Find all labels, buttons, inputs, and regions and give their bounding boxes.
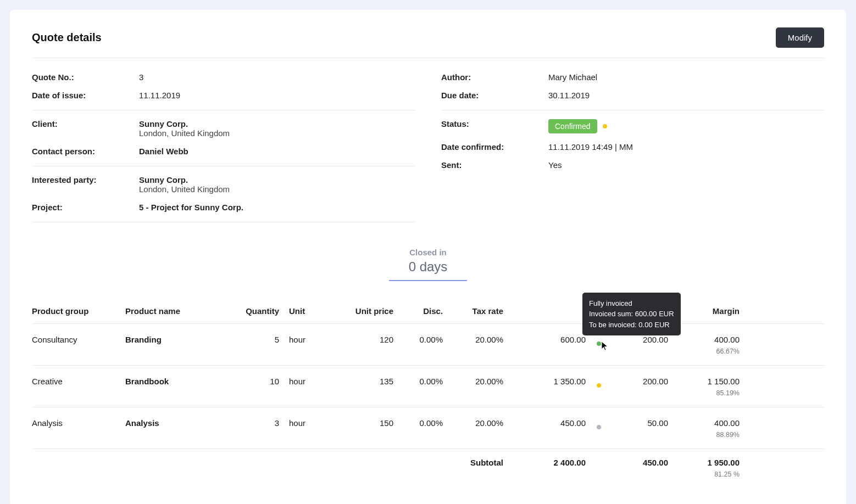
cell-quantity: 10	[270, 377, 279, 386]
cell-tax-rate: 20.00%	[475, 335, 503, 344]
cell-cost: 200.00	[643, 335, 668, 344]
invoice-status-dot-icon	[597, 383, 601, 388]
tooltip-line2: Invoiced sum: 600.00 EUR	[589, 309, 674, 320]
date-issue-label: Date of issue:	[32, 91, 139, 100]
client-label: Client:	[32, 119, 139, 128]
subtotal-margin: 1 950.00	[708, 458, 740, 467]
cell-product-group: Creative	[32, 377, 125, 386]
author-label: Author:	[441, 72, 548, 82]
header-row: Quote details Modify	[32, 27, 824, 58]
cell-quantity: 5	[275, 335, 279, 344]
th-product-name: Product name	[125, 306, 241, 316]
cell-invoice-dot[interactable]: Fully invoicedInvoiced sum: 600.00 EURTo…	[586, 335, 601, 348]
cell-cost: 50.00	[647, 418, 668, 428]
left-block-1: Quote No.: 3 Date of issue: 11.11.2019	[32, 68, 415, 110]
cell-unit-price: 150	[380, 418, 393, 428]
page-title: Quote details	[32, 31, 102, 44]
closed-in-wrap: Closed in 0 days	[32, 248, 824, 281]
cell-product-name: Branding	[125, 335, 241, 344]
table-header-row: Product group Product name Quantity Unit…	[32, 299, 824, 324]
cell-product-name: Analysis	[125, 418, 241, 428]
th-quantity: Quantity	[246, 306, 279, 316]
left-block-3: Interested party: Sunny Corp. London, Un…	[32, 171, 415, 222]
client-location: London, United Kingdom	[139, 128, 230, 138]
cell-margin: 1 150.00	[708, 377, 740, 386]
subtotal-label: Subtotal	[470, 458, 503, 467]
cell-quantity: 3	[275, 418, 279, 428]
interested-location: London, United Kingdom	[139, 184, 230, 194]
cell-margin-wrap: 400.0088.89%	[714, 418, 740, 439]
right-block-1: Author: Mary Michael Due date: 30.11.201…	[441, 68, 824, 110]
invoice-status-dot-icon	[597, 425, 601, 429]
cell-cost: 200.00	[643, 377, 668, 386]
cell-unit: hour	[279, 335, 322, 344]
cell-margin: 400.00	[714, 418, 740, 428]
contact-label: Contact person:	[32, 147, 139, 156]
closed-in-label: Closed in	[409, 248, 448, 257]
contact-value: Daniel Webb	[139, 147, 415, 156]
details-grid: Quote No.: 3 Date of issue: 11.11.2019 C…	[32, 68, 824, 227]
cell-tax-rate: 20.00%	[475, 418, 503, 428]
project-value: 5 - Project for Sunny Corp.	[139, 203, 415, 212]
cell-product-name: Brandbook	[125, 377, 241, 386]
due-date-value: 30.11.2019	[548, 91, 824, 100]
sent-label: Sent:	[441, 160, 548, 170]
cell-tax-rate: 20.00%	[475, 377, 503, 386]
subtotal-cost: 450.00	[643, 458, 668, 467]
cell-margin-wrap: 400.0066.67%	[714, 335, 740, 355]
cell-margin-pct: 85.19%	[708, 389, 740, 397]
date-confirmed-label: Date confirmed:	[441, 142, 548, 152]
cell-invoice-dot[interactable]	[586, 377, 601, 389]
invoice-status-dot-icon	[597, 341, 601, 346]
date-confirmed-value: 11.11.2019 14:49 | MM	[548, 142, 824, 152]
invoice-status-tooltip: Fully invoicedInvoiced sum: 600.00 EURTo…	[582, 293, 681, 336]
table-row: CreativeBrandbook10hour1350.00%20.00%1 3…	[32, 366, 824, 407]
status-label: Status:	[441, 119, 548, 128]
th-tax-rate: Tax rate	[473, 306, 503, 316]
quote-details-card: Quote details Modify Quote No.: 3 Date o…	[10, 10, 846, 504]
cell-unit: hour	[279, 377, 322, 386]
cell-margin: 400.00	[714, 335, 740, 344]
subtotal-margin-cell: 1 950.00 81.25 %	[708, 458, 740, 478]
interested-label: Interested party:	[32, 175, 139, 184]
author-value: Mary Michael	[548, 72, 824, 82]
th-product-group: Product group	[32, 306, 125, 316]
quote-no-value: 3	[139, 72, 415, 82]
date-issue-value: 11.11.2019	[139, 91, 415, 100]
cell-unit-price: 120	[380, 335, 393, 344]
interested-name: Sunny Corp.	[139, 175, 188, 184]
left-block-2: Client: Sunny Corp. London, United Kingd…	[32, 115, 415, 166]
modify-button[interactable]: Modify	[776, 27, 824, 48]
subtotal-sum: 2 400.00	[554, 458, 586, 467]
cell-disc: 0.00%	[419, 377, 443, 386]
due-date-label: Due date:	[441, 91, 548, 100]
table-row: AnalysisAnalysis3hour1500.00%20.00%450.0…	[32, 407, 824, 449]
details-left-col: Quote No.: 3 Date of issue: 11.11.2019 C…	[32, 68, 415, 227]
cell-margin-wrap: 1 150.0085.19%	[708, 377, 740, 397]
cell-unit-price: 135	[380, 377, 393, 386]
th-disc: Disc.	[423, 306, 443, 316]
quote-no-label: Quote No.:	[32, 72, 139, 82]
cell-sum: 450.00	[560, 418, 586, 428]
cell-margin-pct: 66.67%	[714, 348, 740, 355]
cell-sum: 600.00	[560, 335, 586, 344]
cell-unit: hour	[279, 418, 322, 428]
project-label: Project:	[32, 203, 139, 212]
status-dot-icon	[603, 124, 607, 128]
tooltip-line1: Fully invoiced	[589, 298, 674, 309]
cell-disc: 0.00%	[419, 335, 443, 344]
th-unit-price: Unit price	[355, 306, 393, 316]
cell-product-group: Analysis	[32, 418, 125, 428]
cursor-icon	[601, 341, 609, 351]
tooltip-line3: To be invoiced: 0.00 EUR	[589, 320, 674, 331]
table-footer-row: Subtotal 2 400.00 450.00 1 950.00 81.25 …	[32, 449, 824, 486]
subtotal-margin-pct: 81.25 %	[708, 471, 740, 478]
sent-value: Yes	[548, 160, 824, 170]
cell-invoice-dot[interactable]	[586, 418, 601, 431]
th-unit: Unit	[279, 306, 322, 316]
table-row: ConsultancyBranding5hour1200.00%20.00%60…	[32, 324, 824, 366]
cell-product-group: Consultancy	[32, 335, 125, 344]
details-right-col: Author: Mary Michael Due date: 30.11.201…	[441, 68, 824, 227]
status-badge: Confirmed	[548, 119, 597, 133]
line-items-table: Product group Product name Quantity Unit…	[32, 299, 824, 486]
